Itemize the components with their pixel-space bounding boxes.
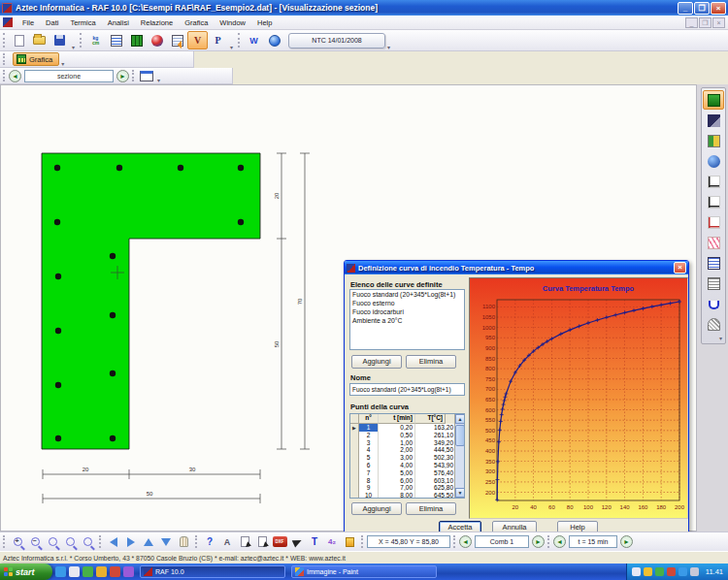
quicklaunch-app4-icon[interactable] — [123, 566, 134, 577]
results-table-button[interactable] — [703, 253, 724, 273]
menu-item-window[interactable]: Window — [214, 16, 251, 29]
toolbar-grip[interactable] — [547, 535, 550, 548]
close-button[interactable]: × — [711, 2, 726, 15]
layers-button[interactable] — [703, 131, 724, 150]
table-cell[interactable]: 9 — [359, 484, 379, 492]
toolbar-grip[interactable] — [3, 535, 6, 548]
highlight-button[interactable] — [341, 534, 358, 549]
pan-up-button[interactable] — [140, 534, 157, 549]
project-button[interactable]: P — [208, 31, 228, 49]
materials-button[interactable] — [147, 31, 167, 49]
pick-entity-button[interactable] — [236, 534, 253, 549]
section-polygon[interactable] — [42, 153, 260, 449]
toolbar-grip[interactable] — [195, 535, 198, 548]
interaction-curve-button[interactable] — [703, 233, 724, 252]
open-file-button[interactable] — [29, 31, 50, 49]
combination-field[interactable]: Comb 1 — [475, 535, 529, 548]
toolbar-overflow-chevron[interactable]: ▾ — [719, 335, 722, 341]
mdi-restore-button[interactable]: ❐ — [699, 17, 711, 28]
toolbar-grip[interactable] — [453, 535, 456, 548]
table-cell[interactable]: 543,90 — [415, 462, 455, 469]
thermal-map-button[interactable] — [703, 314, 724, 334]
dialog-title-bar[interactable]: Definizione curva di incendio Temperatur… — [345, 261, 688, 274]
curves-listbox[interactable]: Fuoco standard (20+345*Log(8t+1)Fuoco es… — [349, 289, 465, 350]
table-cell[interactable]: 0,20 — [379, 424, 415, 432]
pan-down-button[interactable] — [157, 534, 175, 549]
new-file-button[interactable] — [9, 31, 29, 49]
tray-icon[interactable] — [644, 567, 652, 576]
toolbar-grip[interactable] — [3, 53, 6, 64]
zoom-out-button[interactable]: − — [26, 534, 44, 549]
export-word-button[interactable]: W — [244, 31, 264, 49]
load-table-button[interactable] — [167, 31, 187, 49]
table-cell[interactable]: 5 — [359, 454, 379, 462]
toolbar-grip[interactable] — [80, 33, 83, 48]
toolbar-grip[interactable] — [99, 535, 102, 548]
table-cell[interactable]: 2,00 — [379, 446, 415, 454]
domain-button[interactable] — [703, 294, 724, 313]
previous-view-button[interactable]: ◄ — [9, 70, 21, 82]
table-cell[interactable]: 4,00 — [379, 462, 415, 469]
menu-item-grafica[interactable]: Grafica — [179, 16, 214, 29]
mdi-minimize-button[interactable]: _ — [685, 17, 698, 28]
next-time-button[interactable]: ► — [620, 535, 633, 548]
section-view-button[interactable] — [703, 90, 724, 110]
table-cell[interactable]: 4 — [359, 446, 379, 454]
tray-icon[interactable] — [632, 567, 641, 576]
quicklaunch-app1-icon[interactable] — [83, 566, 93, 577]
menu-item-dati[interactable]: Dati — [40, 16, 64, 29]
delete-point-button[interactable]: Elimina — [406, 502, 456, 515]
table-cell[interactable]: 349,20 — [415, 439, 455, 447]
table-row[interactable]: 20,50261,10 — [350, 432, 464, 439]
toolbar-grip[interactable] — [238, 33, 241, 48]
tray-icon[interactable] — [667, 567, 676, 576]
pick-point-button[interactable] — [253, 534, 271, 549]
pan-right-button[interactable] — [122, 534, 140, 549]
toolbar-overflow-chevron[interactable]: ▾ — [157, 77, 160, 83]
task-raf[interactable]: RAF 10.0 — [140, 565, 285, 578]
zoom-previous-button[interactable] — [79, 534, 96, 549]
prev-combination-button[interactable]: ◄ — [459, 535, 472, 548]
axes-red-button[interactable] — [703, 212, 724, 232]
next-combination-button[interactable]: ► — [532, 535, 545, 548]
text-tool-button[interactable]: T — [306, 534, 323, 549]
table-row[interactable]: 86,00603,10 — [350, 477, 464, 485]
verify-button[interactable]: V — [187, 31, 208, 49]
toolbar-overflow-chevron[interactable]: ▾ — [72, 44, 75, 50]
points-table[interactable]: n° t [min] T[°C] ▶10,20163,2020,50261,10… — [349, 413, 465, 499]
toolbar-grip[interactable] — [3, 33, 6, 48]
table-row[interactable]: 53,00502,30 — [350, 454, 464, 462]
restore-button[interactable]: ❐ — [694, 2, 710, 15]
table-row[interactable]: 31,00349,20 — [350, 439, 464, 447]
save-file-button[interactable] — [50, 31, 70, 49]
table-row[interactable]: 97,00625,80 — [350, 484, 464, 492]
table-cell[interactable]: 7,00 — [379, 484, 415, 492]
curve-list-item[interactable]: Fuoco esterno — [350, 299, 464, 307]
mesh-grid-button[interactable] — [703, 274, 724, 293]
table-row[interactable]: ▶10,20163,20 — [350, 424, 464, 432]
table-scrollbar[interactable]: ▲ ▼ — [454, 414, 464, 498]
table-cell[interactable]: 603,10 — [415, 477, 455, 485]
table-cell[interactable]: 163,20 — [415, 424, 455, 432]
pointer-button[interactable] — [288, 534, 306, 549]
units-button[interactable]: kgcm — [85, 31, 106, 49]
table-cell[interactable]: 0,50 — [379, 432, 415, 439]
table-row[interactable]: 42,00444,50 — [350, 446, 464, 454]
section-geometry-button[interactable] — [126, 31, 147, 49]
export-dxf-button[interactable]: DXF — [271, 534, 288, 549]
table-cell[interactable]: 1,00 — [379, 439, 415, 447]
table-row[interactable]: 75,00576,40 — [350, 469, 464, 477]
render-3d-button[interactable] — [703, 151, 724, 171]
curve-list-item[interactable]: Ambiente a 20°C — [350, 316, 464, 325]
curve-list-item[interactable]: Fuoco standard (20+345*Log(8t+1) — [350, 290, 464, 299]
materials-view-button[interactable] — [703, 111, 724, 130]
quicklaunch-ie-icon[interactable] — [55, 566, 66, 577]
next-view-button[interactable]: ► — [116, 70, 129, 82]
tray-icon[interactable] — [678, 567, 687, 576]
table-cell[interactable]: 625,80 — [415, 484, 455, 492]
delete-curve-button[interactable]: Elimina — [406, 355, 456, 369]
pan-left-button[interactable] — [105, 534, 122, 549]
table-cell[interactable]: 2 — [359, 432, 379, 439]
table-cell[interactable]: 5,00 — [379, 469, 415, 477]
curve-name-input[interactable]: Fuoco standard (20+345*Log(8t+1) — [349, 383, 465, 396]
